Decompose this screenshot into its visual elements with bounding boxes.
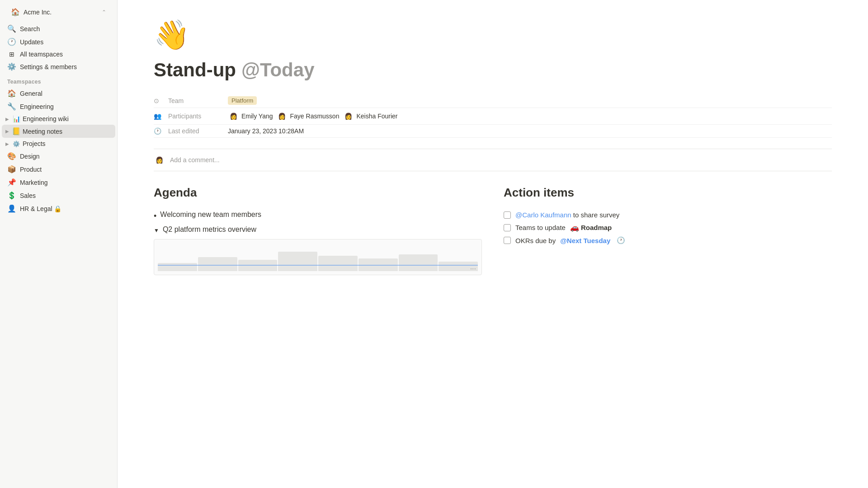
projects-chevron-icon: ▶ bbox=[5, 141, 9, 146]
property-participants: 👥 Participants 👩 Emily Yang 👩 Faye Rasmu… bbox=[154, 108, 832, 125]
property-last-edited: 🕐 Last edited January 23, 2023 10:28AM bbox=[154, 125, 832, 138]
sidebar-item-all-teamspaces[interactable]: ⊞ All teamspaces bbox=[2, 48, 115, 60]
roadmap-icon: 🚗 bbox=[570, 223, 579, 232]
last-edited-timestamp: January 23, 2023 10:28AM bbox=[228, 127, 304, 135]
roadmap-label: Roadmap bbox=[581, 224, 612, 231]
action-item-1: @Carlo Kaufmann to share survey bbox=[504, 209, 832, 221]
product-icon: 📦 bbox=[7, 165, 16, 174]
chart-line bbox=[158, 265, 478, 266]
next-tuesday-mention[interactable]: @Next Tuesday bbox=[560, 237, 610, 244]
workspace-header[interactable]: 🏠 Acme Inc. ⌃ bbox=[5, 5, 112, 19]
chart-area: ··· bbox=[154, 239, 482, 275]
chart-bar-7 bbox=[399, 254, 438, 271]
settings-icon: ⚙️ bbox=[7, 62, 16, 71]
workspace-chevron-icon: ⌃ bbox=[102, 9, 106, 15]
comment-area[interactable]: 👩 Add a comment... bbox=[154, 149, 832, 171]
action-item-2-text: Teams to update bbox=[515, 224, 566, 231]
more-options-button[interactable]: ··· bbox=[470, 265, 480, 273]
agenda-title: Agenda bbox=[154, 186, 482, 200]
avatar-keisha: 👩 bbox=[343, 111, 354, 122]
participant-emily[interactable]: 👩 Emily Yang bbox=[228, 111, 273, 122]
agenda-item-1: • Welcoming new team members bbox=[154, 209, 482, 224]
content-columns: Agenda • Welcoming new team members ▼ Q2… bbox=[154, 186, 832, 275]
sidebar-item-projects[interactable]: ▶ ⚙️ Projects bbox=[2, 138, 115, 150]
agenda-item-2[interactable]: ▼ Q2 platform metrics overview bbox=[154, 224, 482, 235]
team-label: Team bbox=[168, 97, 222, 104]
sidebar-item-search[interactable]: 🔍 Search bbox=[2, 22, 115, 35]
teamspaces-section-label: Teamspaces bbox=[0, 73, 117, 87]
commenter-avatar: 👩 bbox=[154, 155, 165, 165]
sidebar-item-settings[interactable]: ⚙️ Settings & members bbox=[2, 60, 115, 73]
action-item-2: Teams to update 🚗 Roadmap bbox=[504, 221, 832, 234]
page-title-at-today: @Today bbox=[241, 59, 315, 81]
search-icon: 🔍 bbox=[7, 24, 16, 33]
page-title: Stand-up @Today bbox=[154, 59, 832, 81]
property-team: ⊙ Team Platform bbox=[154, 94, 832, 108]
meeting-notes-icon: 📒 bbox=[12, 127, 21, 136]
main-content: 👋 Stand-up @Today ⊙ Team Platform 👥 Part… bbox=[118, 0, 868, 488]
participant-emily-name: Emily Yang bbox=[241, 113, 273, 120]
action-item-1-text: @Carlo Kaufmann to share survey bbox=[515, 211, 619, 219]
sidebar: 🏠 Acme Inc. ⌃ 🔍 Search 🕐 Updates ⊞ All t… bbox=[0, 0, 118, 488]
carlo-mention[interactable]: @Carlo Kaufmann bbox=[515, 211, 571, 219]
last-edited-value: January 23, 2023 10:28AM bbox=[228, 127, 304, 135]
last-edited-label: Last edited bbox=[168, 127, 222, 135]
action-items-title: Action items bbox=[504, 186, 832, 200]
engineering-icon: 🔧 bbox=[7, 102, 16, 111]
checkbox-2[interactable] bbox=[504, 224, 511, 231]
design-icon: 🎨 bbox=[7, 152, 16, 160]
chart-bar-4 bbox=[278, 252, 317, 271]
action-items-column: Action items @Carlo Kaufmann to share su… bbox=[504, 186, 832, 275]
participants-label: Participants bbox=[168, 113, 222, 120]
team-value[interactable]: Platform bbox=[228, 96, 257, 105]
sidebar-item-product[interactable]: 📦 Product bbox=[2, 163, 115, 176]
action-item-3-text: OKRs due by bbox=[515, 237, 556, 244]
avatar-faye: 👩 bbox=[277, 111, 288, 122]
agenda-item-1-text: Welcoming new team members bbox=[160, 211, 261, 219]
sidebar-item-general[interactable]: 🏠 General bbox=[2, 87, 115, 100]
participants-icon: 👥 bbox=[154, 113, 163, 120]
engineering-wiki-chevron-icon: ▶ bbox=[5, 117, 9, 122]
roadmap-badge[interactable]: 🚗 Roadmap bbox=[570, 223, 612, 232]
checkbox-3[interactable] bbox=[504, 237, 511, 244]
sidebar-item-hr-legal[interactable]: 👤 HR & Legal 🔒 bbox=[2, 202, 115, 215]
general-icon: 🏠 bbox=[7, 89, 16, 98]
toggle-icon: ▼ bbox=[154, 227, 159, 234]
page-title-text: Stand-up bbox=[154, 59, 236, 81]
sidebar-item-marketing[interactable]: 📌 Marketing bbox=[2, 176, 115, 189]
participant-keisha-name: Keisha Fourier bbox=[356, 113, 397, 120]
participant-faye[interactable]: 👩 Faye Rasmusson bbox=[277, 111, 340, 122]
chart-bar-1 bbox=[158, 263, 197, 272]
chart-bar-2 bbox=[198, 257, 237, 271]
bullet-icon: • bbox=[154, 211, 156, 222]
sidebar-item-meeting-notes[interactable]: ▶ 📒 Meeting notes bbox=[2, 125, 115, 138]
marketing-icon: 📌 bbox=[7, 178, 16, 187]
workspace-name: Acme Inc. bbox=[24, 9, 98, 16]
engineering-wiki-icon: 📊 bbox=[12, 115, 21, 122]
avatar-emily: 👩 bbox=[228, 111, 239, 122]
sidebar-item-design[interactable]: 🎨 Design bbox=[2, 150, 115, 163]
sales-icon: 💲 bbox=[7, 191, 16, 200]
last-edited-icon: 🕐 bbox=[154, 127, 163, 135]
sidebar-item-updates[interactable]: 🕐 Updates bbox=[2, 35, 115, 48]
page-emoji: 👋 bbox=[154, 18, 832, 52]
meeting-notes-chevron-icon: ▶ bbox=[5, 129, 9, 134]
agenda-list: • Welcoming new team members ▼ Q2 platfo… bbox=[154, 209, 482, 235]
projects-icon: ⚙️ bbox=[12, 141, 21, 147]
comment-placeholder: Add a comment... bbox=[170, 156, 220, 164]
hr-legal-icon: 👤 bbox=[7, 204, 16, 213]
sidebar-item-sales[interactable]: 💲 Sales bbox=[2, 189, 115, 202]
team-icon: ⊙ bbox=[154, 97, 163, 104]
participant-keisha[interactable]: 👩 Keisha Fourier bbox=[343, 111, 397, 122]
chart-bar-5 bbox=[318, 256, 358, 271]
participant-faye-name: Faye Rasmusson bbox=[290, 113, 340, 120]
action-item-3: OKRs due by @Next Tuesday 🕐 bbox=[504, 234, 832, 247]
sidebar-item-engineering-wiki[interactable]: ▶ 📊 Engineering wiki bbox=[2, 113, 115, 125]
agenda-column: Agenda • Welcoming new team members ▼ Q2… bbox=[154, 186, 482, 275]
sidebar-item-engineering[interactable]: 🔧 Engineering bbox=[2, 100, 115, 113]
reminder-icon: 🕐 bbox=[617, 236, 625, 244]
page-properties: ⊙ Team Platform 👥 Participants 👩 Emily Y… bbox=[154, 94, 832, 138]
workspace-icon: 🏠 bbox=[11, 8, 20, 16]
checkbox-1[interactable] bbox=[504, 211, 511, 219]
agenda-item-2-text: Q2 platform metrics overview bbox=[163, 225, 256, 234]
